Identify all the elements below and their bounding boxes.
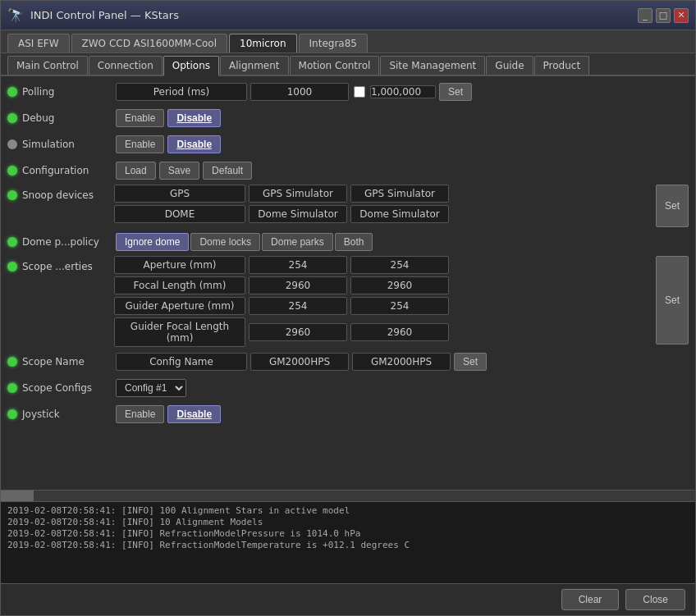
log-line-3: 2019-02-08T20:58:41: [INFO] RefractionMo… [7, 528, 689, 539]
device-tab-10micron[interactable]: 10micron [229, 34, 297, 52]
tab-motion-control[interactable]: Motion Control [290, 56, 380, 75]
scope-name-content: Config Name GM2000HPS GM2000HPS Set [116, 353, 689, 371]
simulation-enable-button[interactable]: Enable [116, 135, 164, 153]
simulation-label: Simulation [22, 139, 112, 150]
maximize-button[interactable]: □ [656, 8, 671, 23]
debug-label: Debug [22, 112, 112, 124]
scope-guider-aperture-label: Guider Aperture (mm) [114, 297, 245, 315]
scope-configs-label: Scope Configs [22, 382, 112, 394]
scope-guider-aperture-v2: 254 [350, 297, 449, 315]
config-load-button[interactable]: Load [116, 162, 156, 180]
tab-site-management[interactable]: Site Management [380, 56, 485, 75]
window-title: INDI Control Panel — KStars [30, 9, 179, 21]
polling-value: 1000 [250, 83, 349, 101]
tab-alignment[interactable]: Alignment [220, 56, 288, 75]
main-window: 🔭 INDI Control Panel — KStars _ □ ✕ ASI … [0, 0, 696, 616]
scope-guider-focal-label: Guider Focal Length (mm) [114, 317, 245, 347]
dome-policy-both[interactable]: Both [335, 233, 373, 251]
dome-policy-locks[interactable]: Dome locks [190, 233, 260, 251]
device-tab-asi-efw[interactable]: ASI EFW [7, 34, 70, 52]
snoop-gps-label: GPS [114, 185, 245, 203]
scope-name-label: Scope Name [22, 356, 112, 367]
device-tabs: ASI EFW ZWO CCD ASI1600MM-Cool 10micron … [1, 30, 695, 53]
minimize-button[interactable]: _ [638, 8, 652, 23]
snoop-dome-value1: Dome Simulator [249, 205, 347, 223]
log-line-1: 2019-02-08T20:58:41: [INFO] 100 Alignmen… [7, 505, 689, 516]
close-button[interactable]: ✕ [674, 8, 689, 23]
titlebar-left: 🔭 INDI Control Panel — KStars [7, 7, 179, 23]
scope-name-row: Scope Name Config Name GM2000HPS GM2000H… [7, 349, 689, 374]
scope-aperture-v1: 254 [249, 256, 347, 274]
panel-tabs: Main Control Connection Options Alignmen… [1, 53, 695, 76]
joystick-label: Joystick [22, 408, 112, 420]
config-default-button[interactable]: Default [203, 162, 252, 180]
close-button-bottom[interactable]: Close [625, 589, 685, 610]
device-tab-zwo-ccd[interactable]: ZWO CCD ASI1600MM-Cool [71, 34, 228, 52]
dome-policy-label: Dome p...policy [22, 236, 112, 248]
tab-connection[interactable]: Connection [89, 56, 163, 75]
scope-focal-label: Focal Length (mm) [114, 276, 245, 294]
horizontal-scrollbar[interactable] [1, 490, 695, 501]
tab-main-control[interactable]: Main Control [7, 56, 88, 75]
scope-aperture-v2: 254 [350, 256, 449, 274]
joystick-disable-button[interactable]: Disable [167, 405, 221, 423]
simulation-indicator [7, 139, 17, 149]
joystick-enable-button[interactable]: Enable [116, 405, 164, 423]
joystick-row: Joystick Enable Disable [7, 402, 689, 427]
dome-policy-ignore[interactable]: Ignore dome [116, 233, 189, 251]
scope-set-container: Set [643, 256, 689, 345]
dome-policy-content: Ignore dome Dome locks Dome parks Both [116, 233, 689, 251]
polling-content: Period (ms) 1000 1,000,000 Set [116, 83, 689, 101]
app-icon: 🔭 [7, 7, 24, 23]
configuration-row: Configuration Load Save Default [7, 158, 689, 183]
snoop-label: Snoop devices [22, 189, 94, 201]
content-area: Polling Period (ms) 1000 1,000,000 Set D… [1, 76, 695, 615]
configuration-indicator [7, 166, 17, 176]
configuration-label: Configuration [22, 165, 112, 176]
scope-name-indicator [7, 357, 17, 367]
scope-indicator [7, 262, 17, 271]
scope-guider-aperture-row: Guider Aperture (mm) 254 254 [114, 297, 643, 315]
debug-disable-button[interactable]: Disable [167, 109, 221, 127]
clear-button[interactable]: Clear [561, 589, 620, 610]
scope-configs-select[interactable]: Config #1 Config #2 Config #3 [116, 379, 186, 397]
simulation-disable-button[interactable]: Disable [167, 135, 221, 153]
scope-focal-v2: 2960 [350, 276, 449, 294]
snoop-label-container: Snoop devices [7, 185, 114, 201]
simulation-row: Simulation Enable Disable [7, 132, 689, 157]
snoop-indicator [7, 190, 17, 200]
debug-content: Enable Disable [116, 109, 689, 127]
config-save-button[interactable]: Save [159, 162, 199, 180]
snoop-row: Snoop devices GPS GPS Simulator GPS Simu… [7, 185, 689, 227]
tab-product[interactable]: Product [534, 56, 590, 75]
log-area[interactable]: 2019-02-08T20:58:41: [INFO] 100 Alignmen… [1, 501, 695, 583]
scope-configs-row: Scope Configs Config #1 Config #2 Config… [7, 376, 689, 400]
polling-max-value[interactable]: 1,000,000 [370, 85, 436, 98]
scope-configs-indicator [7, 383, 17, 393]
dome-policy-indicator [7, 237, 17, 247]
scope-aperture-label: Aperture (mm) [114, 256, 245, 274]
scope-guider-focal-v1: 2960 [249, 323, 347, 341]
scope-set-button[interactable]: Set [656, 256, 689, 345]
scope-name-v1: GM2000HPS [250, 353, 349, 371]
polling-period-label: Period (ms) [116, 83, 247, 101]
tab-guide[interactable]: Guide [486, 56, 533, 75]
simulation-content: Enable Disable [116, 135, 689, 153]
dome-policy-row: Dome p...policy Ignore dome Dome locks D… [7, 230, 689, 254]
scroll-content[interactable]: Polling Period (ms) 1000 1,000,000 Set D… [1, 76, 695, 490]
snoop-set-button[interactable]: Set [656, 185, 689, 227]
dome-policy-parks[interactable]: Dome parks [262, 233, 333, 251]
scope-configs-content: Config #1 Config #2 Config #3 [116, 379, 689, 397]
polling-checkbox[interactable] [354, 86, 365, 98]
debug-enable-button[interactable]: Enable [116, 109, 164, 127]
titlebar-controls: _ □ ✕ [638, 8, 689, 23]
polling-set-button[interactable]: Set [439, 83, 472, 101]
polling-row: Polling Period (ms) 1000 1,000,000 Set [7, 80, 689, 104]
tab-options[interactable]: Options [163, 56, 219, 76]
joystick-indicator [7, 409, 17, 419]
device-tab-integra85[interactable]: Integra85 [299, 34, 368, 52]
bottom-bar: Clear Close [1, 583, 695, 615]
scope-name-set-button[interactable]: Set [454, 353, 487, 371]
snoop-gps-value1: GPS Simulator [249, 185, 347, 203]
scope-label: Scope ...erties [22, 261, 93, 272]
